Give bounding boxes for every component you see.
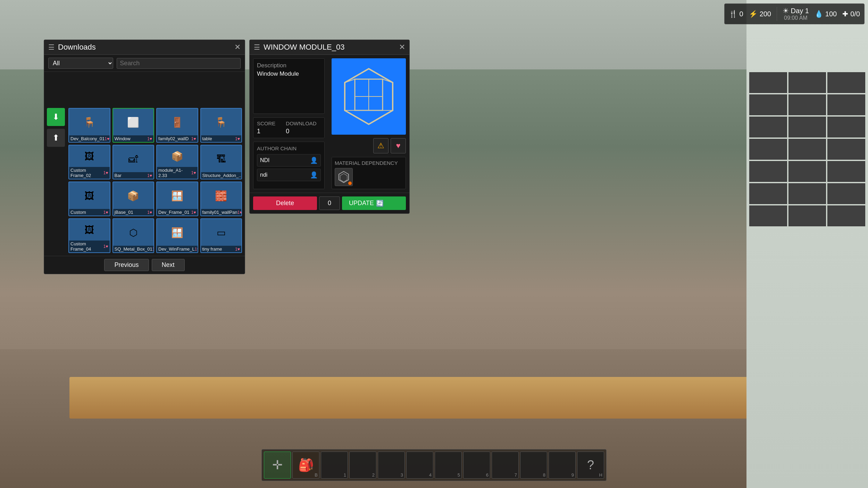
download-value: 0 <box>286 128 316 135</box>
grid-item-2[interactable]: 🚪 family02_wallD 1♥ <box>156 108 198 143</box>
grid-item-heart-9: 1♥ <box>147 210 152 215</box>
material-label: MATERIAL DEPENDENCY <box>335 160 403 166</box>
hotbar-slot-4[interactable]: 4 <box>406 452 433 479</box>
update-label: UPDATE <box>349 200 374 207</box>
desk <box>69 377 799 419</box>
time-label: 09:00 AM <box>784 15 808 21</box>
grid-item-9[interactable]: 📦 jBase_01 1♥ <box>112 182 155 216</box>
count-display: 0 <box>319 196 340 210</box>
delete-button[interactable]: Delete <box>253 196 317 210</box>
grid-item-10[interactable]: 🪟 Dev_Frame_01 1♥ <box>156 182 198 216</box>
author-name-1: NDI <box>260 157 308 163</box>
upload-action-button[interactable]: ⬆ <box>47 129 65 147</box>
grid-item-label-11: family01_wallPan 1♥ <box>201 209 242 216</box>
favorite-button[interactable]: ♥ <box>391 138 406 153</box>
hotbar-slot-8[interactable]: 8 <box>520 452 547 479</box>
hotbar-slot-H[interactable]: ? H <box>577 452 604 479</box>
grid-item-heart-14: 1♥ <box>195 247 198 252</box>
detail-score-row: SCORE 1 DOWNLOAD 0 <box>253 117 325 138</box>
grid-item-icon-8: 🖼 <box>69 183 110 209</box>
grid-item-7[interactable]: 🏗 Structure_Addon_... 1♥ <box>200 145 242 179</box>
grid-item-icon-12: 🖼 <box>69 219 110 241</box>
grid-item-8[interactable]: 🖼 Custom 1♥ <box>68 182 110 216</box>
detail-menu-icon[interactable]: ☰ <box>254 43 260 51</box>
detail-close-button[interactable]: ✕ <box>399 43 405 52</box>
grid-item-label-4: Custom Frame_02 1♥ <box>69 167 110 179</box>
hotbar-key-6: 5 <box>458 472 460 478</box>
detail-title: WINDOW MODULE_03 <box>264 43 395 52</box>
grid-item-3[interactable]: 🪑 table 1♥ <box>200 108 242 143</box>
author-row-1: NDI 👤 <box>257 154 321 167</box>
material-icon <box>337 171 350 183</box>
hotbar-key-1: B <box>315 472 318 478</box>
hotbar-key-8: 7 <box>515 472 517 478</box>
grid-item-5[interactable]: 🛋 Bar 1♥ <box>112 145 155 179</box>
grid-item-icon-1: ⬜ <box>113 109 154 135</box>
grid-item-icon-0: 🪑 <box>69 109 110 135</box>
grid-item-12[interactable]: 🖼 Custom Frame_04 1♥ <box>68 218 110 253</box>
author-icon-2: 👤 <box>310 171 318 179</box>
shelves <box>746 69 868 278</box>
food-icon: 🍴 <box>729 10 737 18</box>
grid-item-label-12: Custom Frame_04 1♥ <box>69 241 110 252</box>
downloads-header: ☰ Downloads ✕ <box>44 40 245 55</box>
hotbar-slot-9[interactable]: 9 <box>549 452 576 479</box>
grid-item-icon-10: 🪟 <box>157 183 198 209</box>
hotbar-slot-1[interactable]: 1 <box>321 452 348 479</box>
menu-icon[interactable]: ☰ <box>48 43 55 51</box>
hotbar-slot-B[interactable]: 🎒 B <box>292 452 319 479</box>
grid-item-label-10: Dev_Frame_01 1♥ <box>157 209 198 216</box>
wall-right <box>746 0 868 488</box>
material-item[interactable] <box>335 168 353 186</box>
grid-item-heart-11: 1♥ <box>237 210 242 215</box>
warning-button[interactable]: ⚠ <box>373 138 389 153</box>
health-icon: ✚ <box>842 10 848 18</box>
grid-item-icon-13: ⬡ <box>113 220 154 246</box>
grid-item-11[interactable]: 🧱 family01_wallPan 1♥ <box>200 182 242 216</box>
hotbar-key-7: 6 <box>486 472 489 478</box>
hotbar-slot-5[interactable]: 5 <box>435 452 462 479</box>
update-button[interactable]: UPDATE 🔄 <box>342 196 406 210</box>
hotbar-slot-0[interactable]: ✛ <box>264 452 291 479</box>
hotbar-icon-1: 🎒 <box>298 458 314 472</box>
hotbar-slot-6[interactable]: 6 <box>463 452 490 479</box>
grid-item-label-5: Bar 1♥ <box>113 172 154 179</box>
grid-item-0[interactable]: 🪑 Dev_Balcony_01 1♥ <box>68 108 110 143</box>
hud-divider <box>777 7 777 21</box>
grid-item-heart-10: 1♥ <box>191 210 196 215</box>
grid-item-1[interactable]: ⬜ Window 1♥ <box>112 108 155 143</box>
hotbar-key-4: 3 <box>401 472 403 478</box>
grid-item-heart-2: 1♥ <box>191 136 196 141</box>
grid-item-icon-9: 📦 <box>113 183 154 209</box>
downloads-search-input[interactable] <box>117 58 241 69</box>
grid-item-label-6: module_A1-2.33 1♥ <box>157 167 198 179</box>
hotbar-key-10: 9 <box>571 472 574 478</box>
hotbar-slot-2[interactable]: 2 <box>349 452 376 479</box>
grid-item-13[interactable]: ⬡ SQ_Metal_Box_01 1♥ <box>112 218 155 253</box>
detail-right-panel: ⚠ ♥ MATERIAL DEPENDENCY <box>328 55 409 193</box>
downloads-close-button[interactable]: ✕ <box>234 43 241 52</box>
downloads-filter-select[interactable]: All <box>48 58 113 69</box>
previous-button[interactable]: Previous <box>104 259 149 271</box>
detail-actions-row: ⚠ ♥ <box>332 138 406 153</box>
grid-item-4[interactable]: 🖼 Custom Frame_02 1♥ <box>68 145 110 179</box>
description-label: Description <box>257 62 321 69</box>
grid-item-14[interactable]: 🪟 Dev_WinFrame_L 1♥ <box>156 218 198 253</box>
grid-item-heart-1: 1♥ <box>147 136 152 141</box>
grid-item-6[interactable]: 📦 module_A1-2.33 1♥ <box>156 145 198 179</box>
grid-item-icon-14: 🪟 <box>157 220 198 246</box>
hotbar-key-3: 2 <box>372 472 375 478</box>
detail-left-panel: Description Window Module SCORE 1 DOWNLO… <box>250 55 328 193</box>
hotbar-slot-3[interactable]: 3 <box>378 452 405 479</box>
grid-item-heart-5: 1♥ <box>147 173 152 178</box>
hud-food-group: 🍴 0 <box>729 10 743 18</box>
next-button[interactable]: Next <box>152 259 185 271</box>
hotbar-key-2: 1 <box>344 472 346 478</box>
svg-marker-9 <box>340 174 347 182</box>
hotbar-slot-7[interactable]: 7 <box>492 452 519 479</box>
grid-item-label-0: Dev_Balcony_01 1♥ <box>69 135 110 142</box>
grid-item-icon-6: 📦 <box>157 145 198 167</box>
grid-item-15[interactable]: ▭ tiny frame 1♥ <box>200 218 242 253</box>
description-value: Window Module <box>257 70 321 77</box>
download-action-button[interactable]: ⬇ <box>47 108 65 126</box>
